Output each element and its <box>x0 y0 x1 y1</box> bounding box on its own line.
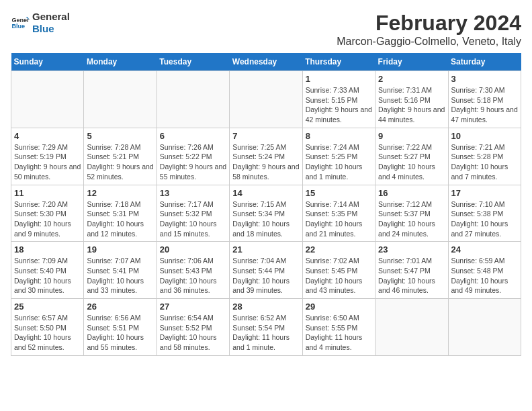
calendar-cell: 15Sunrise: 7:14 AM Sunset: 5:35 PM Dayli… <box>302 185 375 242</box>
day-info: Sunrise: 7:31 AM Sunset: 5:16 PM Dayligh… <box>378 85 445 125</box>
calendar-cell <box>230 71 302 128</box>
day-info: Sunrise: 7:12 AM Sunset: 5:37 PM Dayligh… <box>378 199 445 239</box>
calendar-cell <box>375 299 448 356</box>
day-number: 21 <box>232 244 299 255</box>
calendar-cell: 20Sunrise: 7:06 AM Sunset: 5:43 PM Dayli… <box>157 242 229 299</box>
calendar-cell: 16Sunrise: 7:12 AM Sunset: 5:37 PM Dayli… <box>375 185 448 242</box>
header: General Blue General Blue February 2024 … <box>11 11 521 48</box>
weekday-header-thursday: Thursday <box>302 53 375 71</box>
day-info: Sunrise: 6:50 AM Sunset: 5:55 PM Dayligh… <box>306 313 372 353</box>
main-title: February 2024 <box>337 11 521 36</box>
day-info: Sunrise: 7:09 AM Sunset: 5:40 PM Dayligh… <box>14 256 81 295</box>
weekday-header-friday: Friday <box>375 53 448 71</box>
day-number: 26 <box>87 302 153 312</box>
day-info: Sunrise: 7:30 AM Sunset: 5:18 PM Dayligh… <box>451 85 518 125</box>
day-info: Sunrise: 7:21 AM Sunset: 5:28 PM Dayligh… <box>451 142 518 182</box>
calendar-cell: 24Sunrise: 6:59 AM Sunset: 5:48 PM Dayli… <box>448 242 521 299</box>
day-info: Sunrise: 7:04 AM Sunset: 5:44 PM Dayligh… <box>232 256 299 295</box>
day-info: Sunrise: 7:28 AM Sunset: 5:21 PM Dayligh… <box>87 142 153 182</box>
day-info: Sunrise: 7:18 AM Sunset: 5:31 PM Dayligh… <box>87 199 153 239</box>
day-info: Sunrise: 7:25 AM Sunset: 5:24 PM Dayligh… <box>232 142 299 182</box>
logo-text-general: General <box>32 11 70 23</box>
day-number: 14 <box>232 188 299 198</box>
calendar-cell: 21Sunrise: 7:04 AM Sunset: 5:44 PM Dayli… <box>230 242 302 299</box>
calendar-cell: 9Sunrise: 7:22 AM Sunset: 5:27 PM Daylig… <box>375 128 448 185</box>
week-row-2: 4Sunrise: 7:29 AM Sunset: 5:19 PM Daylig… <box>11 128 521 185</box>
day-number: 15 <box>306 188 372 198</box>
calendar-cell: 14Sunrise: 7:15 AM Sunset: 5:34 PM Dayli… <box>230 185 302 242</box>
calendar-cell: 13Sunrise: 7:17 AM Sunset: 5:32 PM Dayli… <box>157 185 229 242</box>
calendar-cell: 12Sunrise: 7:18 AM Sunset: 5:31 PM Dayli… <box>84 185 157 242</box>
weekday-header-saturday: Saturday <box>448 53 521 71</box>
week-row-3: 11Sunrise: 7:20 AM Sunset: 5:30 PM Dayli… <box>11 185 521 242</box>
day-number: 3 <box>451 74 518 84</box>
day-number: 25 <box>14 302 81 312</box>
day-number: 6 <box>160 131 226 141</box>
calendar-cell: 27Sunrise: 6:54 AM Sunset: 5:52 PM Dayli… <box>157 299 229 356</box>
subtitle: Marcon-Gaggio-Colmello, Veneto, Italy <box>337 36 521 48</box>
day-info: Sunrise: 6:57 AM Sunset: 5:50 PM Dayligh… <box>14 313 81 353</box>
day-info: Sunrise: 7:10 AM Sunset: 5:38 PM Dayligh… <box>451 199 518 239</box>
day-info: Sunrise: 7:14 AM Sunset: 5:35 PM Dayligh… <box>306 199 372 239</box>
day-info: Sunrise: 7:07 AM Sunset: 5:41 PM Dayligh… <box>87 256 153 295</box>
day-info: Sunrise: 7:29 AM Sunset: 5:19 PM Dayligh… <box>14 142 81 182</box>
weekday-header-row: SundayMondayTuesdayWednesdayThursdayFrid… <box>11 53 521 71</box>
calendar-cell: 3Sunrise: 7:30 AM Sunset: 5:18 PM Daylig… <box>448 71 521 128</box>
calendar-cell: 11Sunrise: 7:20 AM Sunset: 5:30 PM Dayli… <box>11 185 84 242</box>
calendar-cell: 2Sunrise: 7:31 AM Sunset: 5:16 PM Daylig… <box>375 71 448 128</box>
week-row-1: 1Sunrise: 7:33 AM Sunset: 5:15 PM Daylig… <box>11 71 521 128</box>
day-info: Sunrise: 7:22 AM Sunset: 5:27 PM Dayligh… <box>378 142 445 182</box>
calendar-cell: 4Sunrise: 7:29 AM Sunset: 5:19 PM Daylig… <box>11 128 84 185</box>
calendar-cell: 19Sunrise: 7:07 AM Sunset: 5:41 PM Dayli… <box>84 242 157 299</box>
day-number: 17 <box>451 188 518 198</box>
calendar-cell: 10Sunrise: 7:21 AM Sunset: 5:28 PM Dayli… <box>448 128 521 185</box>
calendar-cell: 22Sunrise: 7:02 AM Sunset: 5:45 PM Dayli… <box>302 242 375 299</box>
weekday-header-sunday: Sunday <box>11 53 84 71</box>
logo-icon: General Blue <box>11 13 30 32</box>
day-number: 11 <box>14 188 81 198</box>
calendar-table: SundayMondayTuesdayWednesdayThursdayFrid… <box>11 53 521 356</box>
day-info: Sunrise: 6:59 AM Sunset: 5:48 PM Dayligh… <box>451 256 518 295</box>
day-number: 24 <box>451 244 518 255</box>
day-number: 23 <box>378 244 445 255</box>
day-number: 2 <box>378 74 445 84</box>
title-area: February 2024 Marcon-Gaggio-Colmello, Ve… <box>337 11 521 48</box>
day-info: Sunrise: 7:01 AM Sunset: 5:47 PM Dayligh… <box>378 256 445 295</box>
day-number: 19 <box>87 244 153 255</box>
calendar-cell: 18Sunrise: 7:09 AM Sunset: 5:40 PM Dayli… <box>11 242 84 299</box>
logo-text-blue: Blue <box>32 23 70 35</box>
day-number: 13 <box>160 188 226 198</box>
day-info: Sunrise: 7:02 AM Sunset: 5:45 PM Dayligh… <box>306 256 372 295</box>
day-number: 16 <box>378 188 445 198</box>
day-info: Sunrise: 7:17 AM Sunset: 5:32 PM Dayligh… <box>160 199 226 239</box>
day-number: 5 <box>87 131 153 141</box>
day-info: Sunrise: 7:20 AM Sunset: 5:30 PM Dayligh… <box>14 199 81 239</box>
day-number: 22 <box>306 244 372 255</box>
calendar-cell <box>448 299 521 356</box>
calendar-cell: 8Sunrise: 7:24 AM Sunset: 5:25 PM Daylig… <box>302 128 375 185</box>
day-number: 12 <box>87 188 153 198</box>
day-number: 7 <box>232 131 299 141</box>
day-info: Sunrise: 7:06 AM Sunset: 5:43 PM Dayligh… <box>160 256 226 295</box>
svg-text:Blue: Blue <box>11 23 25 30</box>
week-row-4: 18Sunrise: 7:09 AM Sunset: 5:40 PM Dayli… <box>11 242 521 299</box>
day-info: Sunrise: 7:15 AM Sunset: 5:34 PM Dayligh… <box>232 199 299 239</box>
calendar-cell: 6Sunrise: 7:26 AM Sunset: 5:22 PM Daylig… <box>157 128 229 185</box>
day-info: Sunrise: 7:24 AM Sunset: 5:25 PM Dayligh… <box>306 142 372 182</box>
day-number: 20 <box>160 244 226 255</box>
day-info: Sunrise: 7:26 AM Sunset: 5:22 PM Dayligh… <box>160 142 226 182</box>
day-info: Sunrise: 6:54 AM Sunset: 5:52 PM Dayligh… <box>160 313 226 353</box>
calendar-cell: 23Sunrise: 7:01 AM Sunset: 5:47 PM Dayli… <box>375 242 448 299</box>
day-number: 1 <box>306 74 372 84</box>
day-number: 10 <box>451 131 518 141</box>
day-number: 4 <box>14 131 81 141</box>
day-number: 18 <box>14 244 81 255</box>
day-number: 9 <box>378 131 445 141</box>
calendar-cell: 29Sunrise: 6:50 AM Sunset: 5:55 PM Dayli… <box>302 299 375 356</box>
weekday-header-wednesday: Wednesday <box>230 53 302 71</box>
logo: General Blue General Blue <box>11 11 70 35</box>
day-info: Sunrise: 6:56 AM Sunset: 5:51 PM Dayligh… <box>87 313 153 353</box>
week-row-5: 25Sunrise: 6:57 AM Sunset: 5:50 PM Dayli… <box>11 299 521 356</box>
day-info: Sunrise: 6:52 AM Sunset: 5:54 PM Dayligh… <box>232 313 299 353</box>
calendar-cell: 26Sunrise: 6:56 AM Sunset: 5:51 PM Dayli… <box>84 299 157 356</box>
